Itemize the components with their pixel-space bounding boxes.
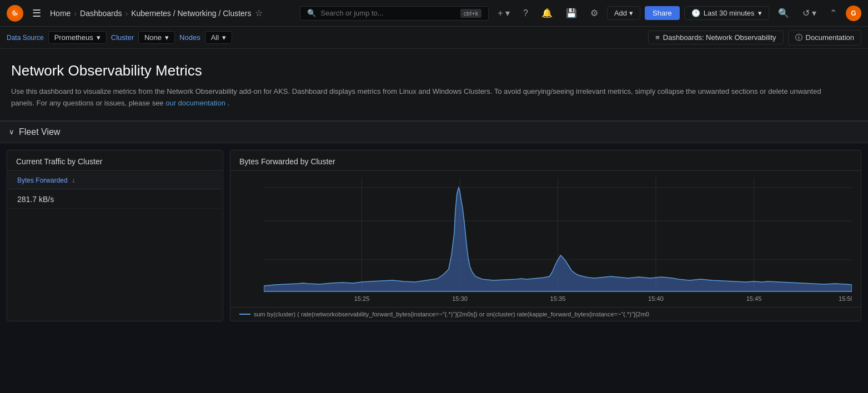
grafana-logo[interactable] bbox=[7, 5, 23, 22]
plus-icon: + bbox=[498, 8, 503, 18]
gear-icon: ⚙ bbox=[590, 8, 598, 18]
svg-text:15:45: 15:45 bbox=[746, 295, 762, 302]
time-chevron-icon: ▾ bbox=[758, 9, 762, 17]
dashboards-nav-button[interactable]: ≡ Dashboards: Network Observability bbox=[648, 31, 783, 44]
datasource-label: Data Source bbox=[7, 34, 44, 42]
collapse-icon: ⌃ bbox=[830, 8, 837, 18]
refresh-icon: ↺ bbox=[802, 8, 810, 18]
search-input[interactable] bbox=[320, 9, 455, 17]
help-icon: ? bbox=[523, 8, 528, 18]
legend-line-icon bbox=[239, 314, 250, 315]
table-row: 281.7 kB/s bbox=[8, 190, 222, 209]
plus-button[interactable]: + ▾ bbox=[493, 6, 514, 21]
dashboard-header: Network Observability Metrics Use this d… bbox=[0, 49, 868, 121]
panel-table: Bytes Forwarded ↓ 281.7 kB/s bbox=[7, 171, 223, 210]
toolbar-row: Data Source Prometheus ▾ Cluster None ▾ … bbox=[0, 27, 868, 49]
star-dashboard-button[interactable]: ☆ bbox=[255, 8, 263, 18]
save-button[interactable]: 💾 bbox=[561, 6, 581, 21]
save-icon: 💾 bbox=[566, 8, 577, 18]
main-content: Network Observability Metrics Use this d… bbox=[0, 49, 868, 393]
breadcrumb-home[interactable]: Home bbox=[50, 9, 71, 18]
help-button[interactable]: ? bbox=[519, 6, 533, 21]
avatar[interactable]: G bbox=[846, 6, 861, 21]
section-title: Fleet View bbox=[19, 127, 60, 137]
chart-legend: sum by(cluster) ( rate(networkobservabil… bbox=[230, 307, 861, 321]
bytes-forwarded-value: 281.7 kB/s bbox=[8, 190, 222, 209]
breadcrumb-sep-1: › bbox=[74, 9, 77, 18]
cluster-value: None bbox=[144, 33, 162, 42]
doc-label: Documentation bbox=[806, 33, 854, 42]
svg-text:15:50: 15:50 bbox=[839, 295, 852, 302]
top-navbar: ☰ Home › Dashboards › Kubernetes / Netwo… bbox=[0, 0, 868, 27]
add-label: Add bbox=[614, 9, 627, 17]
datasource-chevron-icon: ▾ bbox=[97, 33, 101, 42]
documentation-button[interactable]: ⓘ Documentation bbox=[788, 30, 861, 46]
svg-text:15:25: 15:25 bbox=[354, 295, 370, 302]
breadcrumb-sep-2: › bbox=[126, 9, 128, 18]
dashboards-nav-label: Dashboards: Network Observability bbox=[663, 33, 776, 42]
dashboard-description: Use this dashboard to visualize metrics … bbox=[11, 86, 844, 109]
time-range-button[interactable]: 🕐 Last 30 minutes ▾ bbox=[684, 6, 769, 20]
bell-icon: 🔔 bbox=[541, 8, 553, 18]
svg-text:15:35: 15:35 bbox=[550, 295, 566, 302]
sort-icon: ↓ bbox=[72, 177, 75, 184]
refresh-button[interactable]: ↺ ▾ bbox=[798, 6, 821, 21]
dashboard-title: Network Observability Metrics bbox=[11, 62, 857, 79]
cluster-select[interactable]: None ▾ bbox=[138, 31, 175, 44]
left-panel: Current Traffic by Cluster Bytes Forward… bbox=[7, 150, 223, 321]
menu-icon: ≡ bbox=[655, 33, 660, 42]
add-panel-button[interactable]: Add ▾ bbox=[607, 6, 640, 20]
right-panel: Bytes Forwarded by Cluster 1.50 MB/s 1 M… bbox=[230, 150, 861, 321]
chart-area: 1.50 MB/s 1 MB/s 500 kB/s bbox=[230, 171, 861, 307]
nav-right-actions: + ▾ ? 🔔 💾 ⚙ Add ▾ Share 🕐 Last 30 minute… bbox=[493, 6, 861, 21]
time-range-label: Last 30 minutes bbox=[704, 9, 755, 17]
svg-text:15:40: 15:40 bbox=[648, 295, 664, 302]
col-bytes-forwarded[interactable]: Bytes Forwarded ↓ bbox=[8, 172, 222, 189]
add-chevron-icon: ▾ bbox=[629, 9, 633, 17]
search-shortcut: ctrl+k bbox=[460, 9, 482, 18]
datasource-select[interactable]: Prometheus ▾ bbox=[48, 31, 107, 44]
panels-row: Current Traffic by Cluster Bytes Forward… bbox=[0, 143, 868, 328]
cluster-chevron-icon: ▾ bbox=[165, 33, 169, 42]
chart-svg: 1.50 MB/s 1 MB/s 500 kB/s bbox=[264, 178, 852, 305]
avatar-initials: G bbox=[851, 9, 856, 17]
hamburger-menu-button[interactable]: ☰ bbox=[28, 5, 46, 22]
info-icon: ⓘ bbox=[795, 33, 802, 43]
svg-point-1 bbox=[14, 12, 16, 13]
doc-link[interactable]: our documentation bbox=[165, 99, 225, 107]
plus-chevron: ▾ bbox=[505, 8, 510, 18]
refresh-chevron-icon: ▾ bbox=[812, 8, 816, 18]
legend-text: sum by(cluster) ( rate(networkobservabil… bbox=[254, 311, 649, 318]
nodes-label: Nodes bbox=[179, 33, 200, 42]
svg-text:15:30: 15:30 bbox=[452, 295, 468, 302]
breadcrumb-current: Kubernetes / Networking / Clusters bbox=[131, 9, 251, 18]
right-panel-title: Bytes Forwarded by Cluster bbox=[230, 150, 861, 171]
notifications-button[interactable]: 🔔 bbox=[537, 6, 557, 21]
collapse-top-button[interactable]: ⌃ bbox=[825, 6, 841, 21]
left-panel-title: Current Traffic by Cluster bbox=[7, 150, 223, 171]
nodes-select[interactable]: All ▾ bbox=[205, 31, 232, 44]
search-bar: 🔍 ctrl+k bbox=[300, 6, 489, 21]
breadcrumb-dashboards[interactable]: Dashboards bbox=[80, 9, 122, 18]
share-label: Share bbox=[653, 9, 672, 17]
zoom-icon: 🔍 bbox=[778, 8, 789, 18]
datasource-value: Prometheus bbox=[54, 33, 93, 42]
clock-icon: 🕐 bbox=[691, 9, 700, 17]
fleet-view-section-header[interactable]: ∨ Fleet View bbox=[0, 121, 868, 143]
col-bytes-forwarded-label: Bytes Forwarded bbox=[17, 177, 68, 184]
breadcrumb: Home › Dashboards › Kubernetes / Network… bbox=[50, 8, 295, 18]
search-icon: 🔍 bbox=[307, 9, 316, 17]
zoom-out-button[interactable]: 🔍 bbox=[774, 6, 794, 21]
share-button[interactable]: Share bbox=[645, 6, 680, 20]
nodes-value: All bbox=[211, 33, 219, 42]
hamburger-icon: ☰ bbox=[32, 8, 41, 19]
section-collapse-icon: ∨ bbox=[9, 128, 14, 136]
settings-button[interactable]: ⚙ bbox=[586, 6, 603, 21]
nodes-chevron-icon: ▾ bbox=[222, 33, 226, 42]
cluster-label: Cluster bbox=[111, 33, 134, 42]
